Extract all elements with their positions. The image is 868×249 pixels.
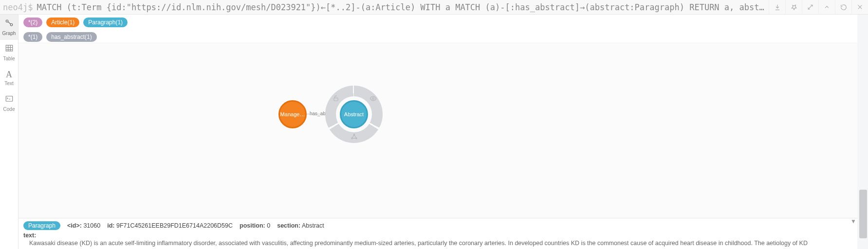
query-text[interactable]: MATCH (t:Term {id:"https://id.nlm.nih.go…: [37, 2, 769, 12]
detail-id2: id: 9F71C45261EEB29FD1E6714A2206D59C: [107, 222, 233, 229]
chip-has-abstract[interactable]: has_abstract(1): [46, 32, 96, 42]
detail-text-value: Kawasaki disease (KD) is an acute self-l…: [23, 240, 852, 247]
detail-id: <id>: 31060: [67, 222, 100, 229]
chip-article[interactable]: Article(1): [46, 18, 79, 27]
svg-point-8: [355, 138, 357, 139]
expand-icon[interactable]: [802, 0, 818, 15]
detail-text-key: text:: [23, 232, 852, 239]
detail-section: section: Abstract: [277, 222, 324, 229]
svg-point-6: [353, 134, 355, 135]
scrollbar-thumb[interactable]: [859, 190, 867, 238]
nav-graph[interactable]: Graph: [0, 15, 18, 40]
query-actions: [769, 0, 868, 14]
halo-eye-icon[interactable]: [369, 94, 377, 102]
svg-point-0: [6, 20, 8, 22]
detail-panel: Paragraph <id>: 31060 id: 9F71C45261EEB2…: [18, 218, 857, 249]
refresh-icon[interactable]: [835, 0, 851, 15]
table-icon: [5, 44, 14, 54]
download-icon[interactable]: [769, 0, 785, 15]
nav-code[interactable]: Code: [0, 90, 18, 116]
detail-position: position: 0: [240, 222, 270, 229]
scrollbar[interactable]: [857, 15, 868, 249]
svg-point-1: [10, 24, 13, 26]
nav-graph-label: Graph: [2, 31, 16, 36]
close-icon[interactable]: [851, 0, 868, 15]
nav-table-label: Table: [3, 56, 15, 61]
nav-code-label: Code: [3, 107, 15, 112]
chip-paragraph[interactable]: Paragraph(1): [83, 18, 128, 27]
graph-node-abstract[interactable]: Abstract: [340, 100, 368, 128]
svg-rect-2: [6, 45, 13, 51]
nav-text-label: Text: [4, 81, 13, 86]
halo-expand-graph-icon[interactable]: [350, 132, 358, 140]
prompt-label: neo4j$: [0, 2, 37, 12]
pin-icon[interactable]: [785, 0, 802, 15]
graph-icon: [5, 18, 14, 29]
chip-node-all[interactable]: *(2): [23, 18, 42, 27]
svg-point-7: [351, 138, 352, 139]
code-icon: [5, 94, 14, 105]
graph-node-article[interactable]: Manage…: [278, 100, 307, 128]
halo-unlock-icon[interactable]: [332, 94, 340, 102]
detail-caret-icon[interactable]: ▼: [850, 218, 856, 225]
view-mode-nav: Graph Table A Text Code: [0, 15, 18, 249]
text-icon: A: [6, 70, 12, 79]
nav-text[interactable]: A Text: [0, 65, 18, 90]
nav-table[interactable]: Table: [0, 40, 18, 65]
chip-rel-all[interactable]: *(1): [23, 32, 42, 42]
svg-point-5: [372, 97, 374, 99]
svg-rect-3: [6, 96, 13, 102]
legend-bar: *(2) Article(1) Paragraph(1) *(1) has_ab…: [18, 15, 857, 43]
collapse-up-icon[interactable]: [818, 0, 835, 15]
graph-canvas[interactable]: has_abs… Manage… Abstract: [18, 44, 857, 218]
detail-badge[interactable]: Paragraph: [23, 221, 60, 230]
detail-header: Paragraph <id>: 31060 id: 9F71C45261EEB2…: [23, 221, 852, 230]
svg-rect-4: [334, 98, 338, 101]
query-bar: neo4j$ MATCH (t:Term {id:"https://id.nlm…: [0, 0, 868, 15]
